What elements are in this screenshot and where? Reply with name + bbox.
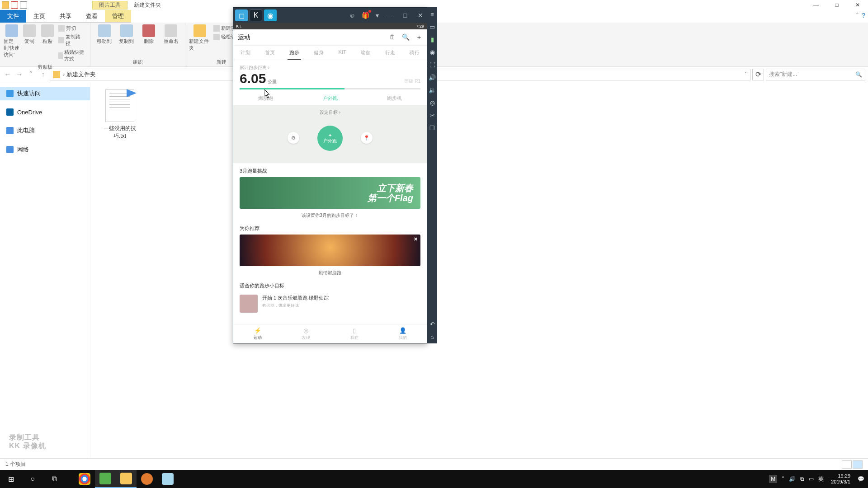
- cut-button[interactable]: 剪切: [57, 24, 86, 32]
- tray-network-icon[interactable]: ⧉: [800, 476, 804, 482]
- task-view-button[interactable]: ⧉: [43, 470, 65, 488]
- mode-treadmill[interactable]: 跑步机: [362, 91, 427, 105]
- emu-location-icon[interactable]: ◎: [429, 99, 435, 106]
- close-banner-icon[interactable]: ✕: [414, 236, 418, 242]
- taskbar-explorer[interactable]: [116, 470, 137, 488]
- taskbar-app-orange[interactable]: [137, 470, 157, 488]
- emu-volume-down-icon[interactable]: 🔉: [429, 87, 435, 93]
- run-settings-button[interactable]: ⚙: [288, 132, 299, 144]
- nav-onedrive[interactable]: OneDrive: [0, 106, 90, 118]
- tab-run[interactable]: 跑步: [288, 48, 301, 60]
- copy-to-button[interactable]: 复制到: [116, 24, 137, 45]
- ribbon-tab-home[interactable]: 主页: [26, 10, 52, 23]
- ribbon-help-icon[interactable]: ?: [862, 12, 865, 21]
- tab-walk[interactable]: 行走: [383, 48, 397, 60]
- recommend-banner[interactable]: ✕: [240, 235, 420, 266]
- mode-outdoor[interactable]: 户外跑: [298, 91, 363, 105]
- taskbar-emulator[interactable]: [95, 470, 116, 488]
- tab-cycle[interactable]: 骑行: [408, 48, 421, 60]
- emu-fullscreen-icon[interactable]: ⛶: [429, 61, 435, 68]
- emu-minimize-button[interactable]: —: [385, 12, 394, 19]
- tray-battery-icon[interactable]: ▭: [809, 476, 814, 482]
- tray-ime-icon[interactable]: M: [769, 475, 777, 483]
- nav-forward-button[interactable]: →: [14, 70, 24, 80]
- tray-volume-icon[interactable]: 🔊: [789, 476, 796, 482]
- gift-icon[interactable]: 🎁: [362, 12, 369, 19]
- maximize-button[interactable]: □: [826, 0, 847, 10]
- ribbon-tab-file[interactable]: 文件: [0, 10, 26, 23]
- map-locate-button[interactable]: 📍: [361, 132, 373, 144]
- ribbon-collapse-icon[interactable]: ˄: [856, 12, 859, 21]
- icons-view-button[interactable]: [853, 460, 863, 469]
- minimize-button[interactable]: —: [806, 0, 826, 10]
- taskbar-notepad[interactable]: [157, 470, 178, 488]
- tray-action-center-icon[interactable]: 💬: [858, 476, 864, 482]
- nav-network[interactable]: 网络: [0, 143, 90, 156]
- nav-quick-access[interactable]: 快速访问: [0, 87, 90, 100]
- taskbar-chrome[interactable]: [74, 470, 95, 488]
- tray-chevron-icon[interactable]: ˄: [782, 476, 784, 482]
- tab-yoga[interactable]: 瑜伽: [359, 48, 373, 60]
- search-input[interactable]: 搜索"新建... 🔍: [766, 69, 865, 80]
- tab-kit[interactable]: KIT: [336, 48, 348, 60]
- move-to-button[interactable]: 移动到: [94, 24, 114, 45]
- set-goal-button[interactable]: 设定目标 ›: [320, 109, 340, 116]
- emu-multiwin-icon[interactable]: ❐: [429, 125, 435, 131]
- new-folder-button[interactable]: 新建文件夹: [189, 24, 211, 52]
- emu-tab-keep[interactable]: K: [250, 9, 262, 21]
- dropdown-icon[interactable]: ▾: [376, 12, 379, 19]
- tray-clock[interactable]: 19:29 2019/3/1: [828, 473, 853, 484]
- emu-close-button[interactable]: ✕: [416, 12, 425, 19]
- user-icon[interactable]: ☺: [349, 12, 355, 19]
- calendar-icon[interactable]: 🗓: [389, 33, 396, 42]
- tray-language[interactable]: 英: [818, 475, 824, 483]
- distance-label[interactable]: 累计跑步距离 ›: [240, 65, 420, 71]
- delete-button[interactable]: 删除: [139, 24, 159, 45]
- add-icon[interactable]: ＋: [416, 33, 422, 42]
- paste-shortcut-button[interactable]: 粘贴快捷方式: [57, 48, 86, 63]
- dropdown-icon[interactable]: [20, 1, 27, 9]
- picture-tools-tab[interactable]: 图片工具: [92, 1, 127, 9]
- bottomnav-discover[interactable]: ◎发现: [282, 324, 330, 343]
- close-button[interactable]: ✕: [847, 0, 868, 10]
- nav-back-button[interactable]: ←: [3, 70, 13, 80]
- emu-notify-icon[interactable]: ▭: [429, 23, 435, 30]
- emu-tab-location[interactable]: ◉: [264, 9, 277, 21]
- emu-maximize-button[interactable]: □: [401, 12, 410, 19]
- emu-menu-icon[interactable]: ≡: [429, 11, 435, 17]
- emu-scissors-icon[interactable]: ✂: [429, 112, 435, 118]
- nav-this-pc[interactable]: 此电脑: [0, 124, 90, 137]
- ribbon-tab-view[interactable]: 查看: [79, 10, 105, 23]
- file-item[interactable]: 一些没用的技巧.txt: [99, 89, 140, 140]
- emu-battery-icon[interactable]: ▮: [429, 36, 435, 42]
- march-challenge-banner[interactable]: 立下新春 第一个Flag: [240, 177, 420, 209]
- chevron-down-icon[interactable]: ˅: [744, 71, 747, 78]
- rename-button[interactable]: 重命名: [161, 24, 181, 45]
- ribbon-tab-manage[interactable]: 管理: [105, 10, 131, 23]
- bottomnav-sport[interactable]: ⚡运动: [233, 324, 282, 343]
- bottomnav-me[interactable]: 👤我的: [378, 324, 427, 343]
- emu-eye-icon[interactable]: ◉: [429, 49, 435, 55]
- pin-quickaccess-button[interactable]: 固定到'快速访问': [4, 24, 20, 58]
- mode-fatburn[interactable]: 燃脂跑: [233, 91, 298, 105]
- details-view-button[interactable]: [842, 460, 852, 469]
- cortana-button[interactable]: ○: [22, 470, 43, 488]
- copy-path-button[interactable]: 复制路径: [57, 33, 86, 47]
- copy-button[interactable]: 复制: [22, 24, 38, 45]
- start-button[interactable]: ⊞: [0, 470, 22, 488]
- refresh-button[interactable]: ⟳: [752, 69, 764, 80]
- emu-volume-up-icon[interactable]: 🔊: [429, 74, 435, 80]
- tab-home[interactable]: 首页: [263, 48, 277, 60]
- breadcrumb[interactable]: 新建文件夹: [66, 70, 96, 79]
- emu-back-icon[interactable]: ↶: [429, 321, 435, 327]
- checkbox-icon[interactable]: [11, 1, 18, 9]
- search-icon[interactable]: 🔍: [402, 33, 410, 42]
- nav-recent-button[interactable]: ˅: [26, 70, 36, 80]
- emu-tab-gallery[interactable]: ◻: [235, 9, 248, 21]
- ribbon-tab-share[interactable]: 共享: [52, 10, 79, 23]
- bottomnav-here[interactable]: ▯我在: [330, 324, 378, 343]
- mini-goal-card[interactable]: 开始 1 次音乐燃脂跑·绿野仙踪 有运动，燃出更好味: [240, 292, 420, 315]
- start-run-button[interactable]: ✦ 户外跑: [317, 126, 343, 151]
- paste-button[interactable]: 粘贴: [39, 24, 56, 45]
- tab-plan[interactable]: 计划: [239, 48, 252, 60]
